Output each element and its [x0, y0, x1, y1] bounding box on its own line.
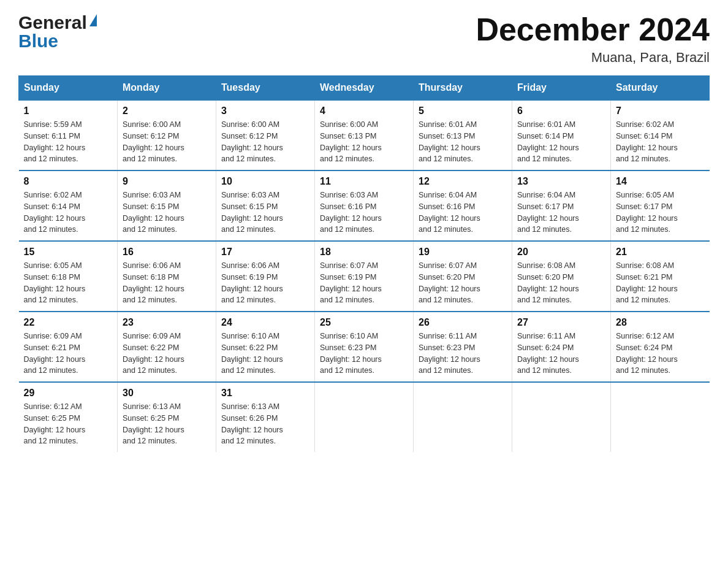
day-number: 29	[24, 388, 113, 399]
day-cell: 23Sunrise: 6:09 AM Sunset: 6:22 PM Dayli…	[118, 312, 216, 382]
day-number: 4	[320, 105, 408, 117]
day-cell: 21Sunrise: 6:08 AM Sunset: 6:21 PM Dayli…	[611, 241, 710, 312]
day-cell: 10Sunrise: 6:03 AM Sunset: 6:15 PM Dayli…	[216, 170, 315, 241]
day-info: Sunrise: 6:03 AM Sunset: 6:16 PM Dayligh…	[320, 190, 408, 236]
header-cell-thursday: Thursday	[414, 76, 512, 101]
day-cell: 22Sunrise: 6:09 AM Sunset: 6:21 PM Dayli…	[19, 312, 118, 382]
week-row-5: 29Sunrise: 6:12 AM Sunset: 6:25 PM Dayli…	[19, 382, 710, 452]
title-area: December 2024 Muana, Para, Brazil	[476, 12, 710, 66]
day-info: Sunrise: 6:01 AM Sunset: 6:14 PM Dayligh…	[517, 119, 605, 165]
day-info: Sunrise: 6:00 AM Sunset: 6:12 PM Dayligh…	[221, 119, 309, 165]
day-number: 24	[221, 317, 309, 328]
day-info: Sunrise: 6:03 AM Sunset: 6:15 PM Dayligh…	[221, 190, 309, 236]
day-info: Sunrise: 6:08 AM Sunset: 6:20 PM Dayligh…	[517, 260, 605, 306]
day-number: 31	[221, 388, 309, 399]
day-cell: 11Sunrise: 6:03 AM Sunset: 6:16 PM Dayli…	[315, 170, 414, 241]
logo: General Blue	[18, 12, 97, 52]
day-info: Sunrise: 6:07 AM Sunset: 6:20 PM Dayligh…	[419, 260, 507, 306]
calendar-table: SundayMondayTuesdayWednesdayThursdayFrid…	[18, 75, 710, 452]
day-info: Sunrise: 6:04 AM Sunset: 6:16 PM Dayligh…	[419, 190, 507, 236]
day-number: 15	[24, 247, 113, 258]
logo-line2: Blue	[18, 31, 58, 52]
day-number: 13	[517, 176, 605, 187]
day-info: Sunrise: 6:08 AM Sunset: 6:21 PM Dayligh…	[616, 260, 705, 306]
header-row: SundayMondayTuesdayWednesdayThursdayFrid…	[19, 76, 710, 101]
day-number: 27	[517, 317, 605, 328]
day-cell: 1Sunrise: 5:59 AM Sunset: 6:11 PM Daylig…	[19, 100, 118, 170]
day-number: 14	[616, 176, 705, 187]
day-cell: 15Sunrise: 6:05 AM Sunset: 6:18 PM Dayli…	[19, 241, 118, 312]
day-info: Sunrise: 6:05 AM Sunset: 6:17 PM Dayligh…	[616, 190, 705, 236]
day-number: 11	[320, 176, 408, 187]
header-cell-monday: Monday	[118, 76, 216, 101]
day-cell	[414, 382, 512, 452]
day-cell: 4Sunrise: 6:00 AM Sunset: 6:13 PM Daylig…	[315, 100, 414, 170]
day-cell: 6Sunrise: 6:01 AM Sunset: 6:14 PM Daylig…	[512, 100, 611, 170]
day-cell: 26Sunrise: 6:11 AM Sunset: 6:23 PM Dayli…	[414, 312, 512, 382]
day-number: 20	[517, 247, 605, 258]
day-number: 16	[123, 247, 211, 258]
page-title: December 2024	[476, 12, 710, 47]
day-info: Sunrise: 6:12 AM Sunset: 6:25 PM Dayligh…	[24, 401, 113, 447]
calendar-body: 1Sunrise: 5:59 AM Sunset: 6:11 PM Daylig…	[19, 100, 710, 452]
day-info: Sunrise: 6:03 AM Sunset: 6:15 PM Dayligh…	[123, 190, 211, 236]
day-info: Sunrise: 6:10 AM Sunset: 6:23 PM Dayligh…	[320, 331, 408, 377]
day-info: Sunrise: 6:13 AM Sunset: 6:25 PM Dayligh…	[123, 401, 211, 447]
page-subtitle: Muana, Para, Brazil	[476, 50, 710, 66]
logo-general-text: General	[18, 12, 87, 33]
header-cell-friday: Friday	[512, 76, 611, 101]
day-cell: 7Sunrise: 6:02 AM Sunset: 6:14 PM Daylig…	[611, 100, 710, 170]
header-cell-wednesday: Wednesday	[315, 76, 414, 101]
day-cell: 31Sunrise: 6:13 AM Sunset: 6:26 PM Dayli…	[216, 382, 315, 452]
header-cell-sunday: Sunday	[19, 76, 118, 101]
day-number: 19	[419, 247, 507, 258]
day-number: 17	[221, 247, 309, 258]
day-cell: 19Sunrise: 6:07 AM Sunset: 6:20 PM Dayli…	[414, 241, 512, 312]
calendar-header: SundayMondayTuesdayWednesdayThursdayFrid…	[19, 76, 710, 101]
day-info: Sunrise: 6:12 AM Sunset: 6:24 PM Dayligh…	[616, 331, 705, 377]
day-cell: 29Sunrise: 6:12 AM Sunset: 6:25 PM Dayli…	[19, 382, 118, 452]
day-cell: 28Sunrise: 6:12 AM Sunset: 6:24 PM Dayli…	[611, 312, 710, 382]
day-cell: 30Sunrise: 6:13 AM Sunset: 6:25 PM Dayli…	[118, 382, 216, 452]
day-number: 22	[24, 317, 113, 328]
day-cell: 3Sunrise: 6:00 AM Sunset: 6:12 PM Daylig…	[216, 100, 315, 170]
header-cell-tuesday: Tuesday	[216, 76, 315, 101]
day-number: 6	[517, 105, 605, 117]
header-cell-saturday: Saturday	[611, 76, 710, 101]
day-cell: 13Sunrise: 6:04 AM Sunset: 6:17 PM Dayli…	[512, 170, 611, 241]
day-cell: 14Sunrise: 6:05 AM Sunset: 6:17 PM Dayli…	[611, 170, 710, 241]
day-number: 8	[24, 176, 113, 187]
day-info: Sunrise: 6:05 AM Sunset: 6:18 PM Dayligh…	[24, 260, 113, 306]
day-number: 7	[616, 105, 705, 117]
day-cell	[611, 382, 710, 452]
day-info: Sunrise: 6:10 AM Sunset: 6:22 PM Dayligh…	[221, 331, 309, 377]
day-info: Sunrise: 5:59 AM Sunset: 6:11 PM Dayligh…	[24, 119, 113, 165]
day-info: Sunrise: 6:04 AM Sunset: 6:17 PM Dayligh…	[517, 190, 605, 236]
day-number: 26	[419, 317, 507, 328]
week-row-2: 8Sunrise: 6:02 AM Sunset: 6:14 PM Daylig…	[19, 170, 710, 241]
day-cell: 17Sunrise: 6:06 AM Sunset: 6:19 PM Dayli…	[216, 241, 315, 312]
day-info: Sunrise: 6:00 AM Sunset: 6:12 PM Dayligh…	[123, 119, 211, 165]
week-row-4: 22Sunrise: 6:09 AM Sunset: 6:21 PM Dayli…	[19, 312, 710, 382]
day-number: 10	[221, 176, 309, 187]
day-number: 1	[24, 105, 113, 117]
day-number: 30	[123, 388, 211, 399]
day-number: 9	[123, 176, 211, 187]
day-info: Sunrise: 6:09 AM Sunset: 6:21 PM Dayligh…	[24, 331, 113, 377]
day-number: 12	[419, 176, 507, 187]
week-row-1: 1Sunrise: 5:59 AM Sunset: 6:11 PM Daylig…	[19, 100, 710, 170]
day-info: Sunrise: 6:02 AM Sunset: 6:14 PM Dayligh…	[24, 190, 113, 236]
day-info: Sunrise: 6:02 AM Sunset: 6:14 PM Dayligh…	[616, 119, 705, 165]
day-cell: 8Sunrise: 6:02 AM Sunset: 6:14 PM Daylig…	[19, 170, 118, 241]
day-info: Sunrise: 6:11 AM Sunset: 6:24 PM Dayligh…	[517, 331, 605, 377]
day-cell: 9Sunrise: 6:03 AM Sunset: 6:15 PM Daylig…	[118, 170, 216, 241]
day-number: 23	[123, 317, 211, 328]
day-info: Sunrise: 6:06 AM Sunset: 6:19 PM Dayligh…	[221, 260, 309, 306]
day-info: Sunrise: 6:09 AM Sunset: 6:22 PM Dayligh…	[123, 331, 211, 377]
day-info: Sunrise: 6:06 AM Sunset: 6:18 PM Dayligh…	[123, 260, 211, 306]
day-cell	[315, 382, 414, 452]
day-cell: 25Sunrise: 6:10 AM Sunset: 6:23 PM Dayli…	[315, 312, 414, 382]
logo-line1: General	[18, 12, 97, 33]
day-info: Sunrise: 6:01 AM Sunset: 6:13 PM Dayligh…	[419, 119, 507, 165]
day-cell	[512, 382, 611, 452]
